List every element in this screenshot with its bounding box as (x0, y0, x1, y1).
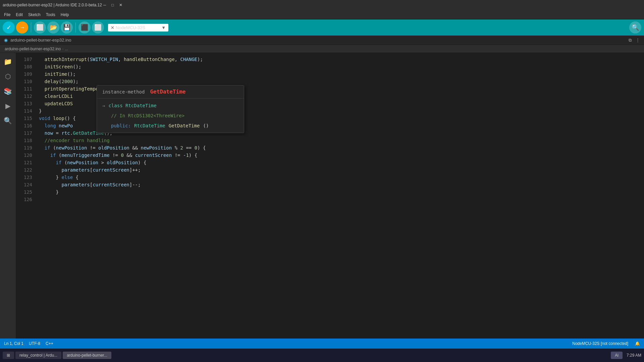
autocomplete-func-name: GetDateTime (169, 122, 200, 129)
status-language[interactable]: C++ (46, 341, 53, 346)
line-num-122: 122 (16, 166, 32, 174)
code-lines[interactable]: attachInterrupt(SWITCH_PIN, handleButton… (36, 53, 644, 339)
close-button[interactable]: ✕ (118, 2, 123, 8)
autocomplete-type: instance-method (102, 88, 145, 96)
sidebar-debug-icon[interactable]: ▶ (2, 100, 14, 112)
more-options-icon[interactable]: ⋮ (636, 38, 640, 43)
code-line-125: parameters[currentScreen]--; (39, 181, 644, 188)
line-num-115: 115 (16, 115, 32, 122)
code-line-122: if (newPosition > oldPosition) { (39, 159, 644, 166)
breadcrumb-more: ... (65, 47, 68, 51)
line-num-123: 123 (16, 174, 32, 181)
autocomplete-public-keyword: public: (111, 122, 131, 129)
line-num-118: 118 (16, 137, 32, 144)
ai-label: Ai (615, 353, 619, 358)
code-line-123: parameters[currentScreen]++; (39, 166, 644, 174)
code-line-126: } (39, 188, 644, 196)
titlebar-controls: ─ □ ✕ (102, 2, 123, 8)
line-num-120: 120 (16, 152, 32, 159)
toolbar: ✓ → ⬜ 📂 💾 ⬛ ⬜ ✕ NodeMCU-32S ▼ 🔍 (0, 19, 644, 36)
line-num-124: 124 (16, 181, 32, 188)
restore-button[interactable]: □ (110, 2, 115, 8)
menu-tools[interactable]: Tools (43, 11, 58, 18)
line-numbers: 107 108 109 110 111 112 113 114 115 116 … (16, 53, 36, 339)
taskbar-task2[interactable]: arduino-pellet-burner... (63, 352, 111, 359)
toolbar-separator-2 (75, 22, 76, 33)
titlebar-title: arduino-pellet-burner-esp32 | Arduino ID… (3, 3, 102, 7)
statusbar-right: NodeMCU-32S [not connected] 🔔 (572, 341, 640, 346)
line-num-110: 110 (16, 78, 32, 85)
code-line-124: } else { (39, 174, 644, 181)
sidebar: 📁 ⬡ 📚 ▶ 🔍 (0, 53, 16, 339)
line-num-126: 126 (16, 196, 32, 203)
toolbar-separator-1 (31, 22, 31, 33)
autocomplete-arrow-icon: → (102, 102, 105, 109)
split-editor-icon[interactable]: ⧉ (629, 38, 632, 43)
breadcrumb-file: arduino-pellet-burner-esp32.ino (5, 47, 61, 51)
autocomplete-comment-text: // In RtcDS1302<ThreeWire> (111, 112, 184, 119)
autocomplete-method-name: GetDateTime (150, 88, 185, 96)
task2-label: arduino-pellet-burner... (67, 353, 107, 358)
autocomplete-popup[interactable]: instance-method GetDateTime → class RtcD… (97, 85, 244, 133)
new-button[interactable]: ⬜ (34, 21, 46, 34)
line-num-119: 119 (16, 144, 32, 152)
breadcrumb: arduino-pellet-burner-esp32.ino › ... (0, 45, 644, 53)
verify-button[interactable]: ✓ (3, 21, 15, 34)
code-editor: 📁 ⬡ 📚 ▶ 🔍 107 108 109 110 111 112 113 11… (0, 53, 644, 339)
autocomplete-header: instance-method GetDateTime (97, 85, 244, 99)
autocomplete-comment-item: // In RtcDS1302<ThreeWire> (97, 111, 244, 121)
breadcrumb-sep: › (62, 47, 63, 51)
open-button[interactable]: 📂 (47, 21, 59, 34)
menu-help[interactable]: Help (58, 11, 72, 18)
task1-label: relay_control | Ardu... (19, 353, 57, 358)
search-button[interactable]: 🔍 (629, 21, 641, 34)
status-notification-icon[interactable]: 🔔 (635, 341, 640, 346)
line-num-109: 109 (16, 70, 32, 78)
sidebar-libraries-icon[interactable]: 📚 (2, 85, 14, 97)
code-line-108: initScreen(); (39, 63, 644, 70)
menu-file[interactable]: File (1, 11, 13, 18)
board-selector[interactable]: ✕ NodeMCU-32S ▼ (108, 24, 168, 32)
titlebar: arduino-pellet-burner-esp32 | Arduino ID… (0, 0, 644, 10)
autocomplete-signature-item[interactable]: public: RtcDateTime GetDateTime () (97, 121, 244, 131)
menu-edit[interactable]: Edit (13, 11, 25, 18)
taskbar-ai-button[interactable]: Ai (611, 352, 623, 359)
statusbar: Ln 1, Col 1 UTF-8 C++ NodeMCU-32S [not c… (0, 339, 644, 349)
minimize-button[interactable]: ─ (102, 2, 107, 8)
code-line-119: //encoder turn handling (39, 137, 644, 144)
taskbar: ⊞ relay_control | Ardu... arduino-pellet… (0, 349, 644, 362)
autocomplete-class-item[interactable]: → class RtcDateTime (97, 101, 244, 111)
code-line-109: initTime(); (39, 70, 644, 78)
status-board[interactable]: NodeMCU-32S [not connected] (572, 341, 628, 346)
line-num-125: 125 (16, 188, 32, 196)
line-num-116: 116 (16, 122, 32, 129)
upload-button[interactable]: → (16, 21, 28, 34)
start-icon: ⊞ (7, 353, 10, 358)
autocomplete-body: → class RtcDateTime // In RtcDS1302<Thre… (97, 99, 244, 133)
sidebar-boards-icon[interactable]: ⬡ (2, 70, 14, 82)
board-close-icon: ✕ (111, 25, 114, 30)
line-num-121: 121 (16, 159, 32, 166)
file-header-bar: ◉ arduino-pellet-burner-esp32.ino ⧉ ⋮ (0, 36, 644, 45)
save-button[interactable]: 💾 (61, 21, 73, 34)
autocomplete-params: () (203, 122, 209, 129)
sidebar-search-icon[interactable]: 🔍 (2, 115, 14, 127)
sidebar-files-icon[interactable]: 📁 (2, 56, 14, 68)
taskbar-start-button[interactable]: ⊞ (3, 352, 14, 359)
menu-sketch[interactable]: Sketch (25, 11, 43, 18)
status-position[interactable]: Ln 1, Col 1 (4, 341, 23, 346)
file-header-name: arduino-pellet-burner-esp32.ino (10, 38, 71, 43)
status-encoding[interactable]: UTF-8 (29, 341, 40, 346)
autocomplete-class-name: class RtcDateTime (108, 102, 156, 109)
file-icon: ◉ (4, 38, 8, 43)
serial-monitor-button[interactable]: ⬜ (92, 21, 104, 34)
line-num-107: 107 (16, 56, 32, 63)
code-line-107: attachInterrupt(SWITCH_PIN, handleButton… (39, 56, 644, 63)
debug-button[interactable]: ⬛ (78, 21, 91, 34)
taskbar-time: 7:29 AM (627, 353, 641, 358)
board-name: NodeMCU-32S (116, 25, 145, 30)
taskbar-task1[interactable]: relay_control | Ardu... (15, 352, 61, 359)
code-line-120: if (newPosition != oldPosition && newPos… (39, 144, 644, 152)
line-num-114: 114 (16, 107, 32, 115)
menubar: File Edit Sketch Tools Help (0, 10, 644, 19)
